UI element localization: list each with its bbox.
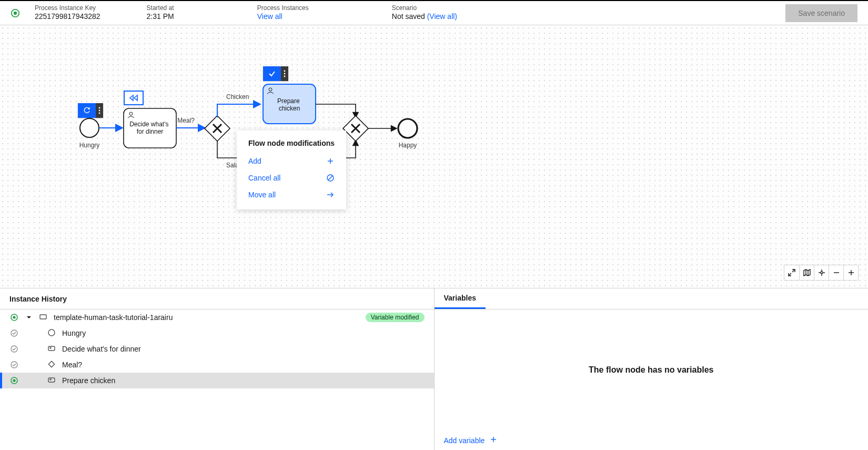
svg-point-42 [11,362,17,368]
scenario-value: Not saved [392,12,425,21]
plus-icon [490,436,497,445]
history-row-hungry[interactable]: Hungry [0,325,434,341]
zoom-in-icon[interactable] [843,265,858,280]
completed-icon [9,361,19,369]
start-event-icon [47,328,57,338]
bottom-panels: Instance History template-human [0,288,868,450]
header-bar: Process Instance Key 2251799817943282 St… [0,0,868,25]
svg-point-45 [13,379,15,382]
chicken-task-toolbar[interactable] [263,66,288,81]
history-row-prepare-chicken[interactable]: Prepare chicken [0,373,434,388]
bpmn-canvas[interactable]: Hungry Decide what's for dinner Meal? Ch… [0,25,868,288]
context-menu-move-all[interactable]: Move all [248,186,335,203]
context-menu-cancel-all[interactable]: Cancel all [248,169,335,186]
plus-icon [326,157,335,165]
history-row-label: template-human-task-tutorial-1arairu [54,313,173,322]
scenario-view-all-link[interactable]: (View all) [427,12,457,21]
more-icon[interactable] [96,103,103,118]
gateway-icon [47,360,57,369]
instance-active-icon [11,8,20,18]
history-row-meal[interactable]: Meal? [0,357,434,373]
instances-view-all-link[interactable]: View all [257,12,309,22]
tab-variables[interactable]: Variables [435,288,486,309]
start-event-toolbar[interactable] [78,103,103,118]
header-scenario: Scenario Not saved (View all) [392,4,457,22]
arrow-right-icon [326,191,335,199]
svg-text:Prepare
      chicken: Prepare chicken [277,97,301,112]
svg-line-22 [792,269,795,272]
user-task-icon [47,376,57,385]
completed-icon [9,345,19,353]
fit-icon[interactable] [814,265,829,280]
check-icon[interactable] [263,66,281,81]
svg-point-14 [284,71,286,72]
svg-point-11 [99,107,100,109]
svg-line-20 [328,176,332,180]
svg-point-16 [284,76,286,77]
rewind-icon [129,94,138,102]
end-event[interactable] [398,119,417,138]
expand-icon[interactable] [784,265,799,280]
history-row-label: Meal? [62,361,82,369]
completed-icon [9,329,19,337]
prohibit-icon [326,174,335,182]
svg-rect-46 [48,378,55,382]
svg-rect-43 [48,361,54,367]
key-label: Process Instance Key [35,4,100,12]
decide-task-toolbar[interactable] [124,91,144,105]
svg-point-41 [50,347,51,348]
save-scenario-button[interactable]: Save scenario [785,4,857,22]
add-variable-button[interactable]: Add variable [435,430,869,450]
start-event-label: Hungry [79,142,100,149]
svg-line-23 [789,273,791,276]
process-icon [39,313,48,322]
zoom-out-icon[interactable] [829,265,843,280]
svg-point-12 [99,110,100,112]
variables-panel: Variables The flow node has no variables… [435,288,869,450]
svg-point-35 [13,316,15,318]
history-row-label: Prepare chicken [62,376,115,385]
header-started-at: Started at 2:31 PM [147,4,174,22]
history-row-label: Decide what's for dinner [62,345,141,353]
svg-point-15 [284,73,286,75]
zoom-controls [784,265,859,281]
svg-point-1 [14,11,17,14]
flow-node-context-menu: Flow node modifications Add Cancel all M… [237,131,346,209]
svg-point-37 [11,330,17,336]
svg-point-30 [821,272,823,274]
started-label: Started at [147,4,174,12]
svg-point-13 [99,113,100,114]
start-event[interactable] [80,118,99,137]
svg-rect-36 [40,315,46,319]
minimap-icon[interactable] [799,265,814,280]
instance-history-panel: Instance History template-human [0,288,435,450]
refresh-icon[interactable] [78,103,96,118]
variable-modified-badge: Variable modified [366,313,425,322]
history-row-decide[interactable]: Decide what's for dinner [0,341,434,357]
more-icon[interactable] [281,66,288,81]
no-variables-message: The flow node has no variables [435,309,869,430]
gateway-merge[interactable] [343,116,368,141]
caret-down-icon[interactable] [24,315,34,320]
user-task-icon [47,344,57,354]
context-menu-add[interactable]: Add [248,153,335,169]
bpmn-svg: Hungry Decide what's for dinner Meal? Ch… [0,25,868,288]
svg-rect-40 [48,346,55,351]
scenario-label: Scenario [392,4,457,12]
svg-point-39 [11,346,17,352]
end-event-label: Happy [399,142,417,149]
active-icon [9,376,19,385]
active-icon [9,313,19,322]
instance-history-title: Instance History [0,288,434,309]
started-value: 2:31 PM [147,12,174,22]
history-row-root[interactable]: template-human-task-tutorial-1arairu Var… [0,309,434,325]
svg-point-38 [48,329,55,336]
header-process-instances: Process Instances View all [257,4,309,22]
gateway-label: Meal? [177,117,195,124]
instances-label: Process Instances [257,4,309,12]
header-process-key: Process Instance Key 2251799817943282 [35,4,100,22]
branch-top-label: Chicken [226,93,249,101]
svg-point-47 [50,379,51,380]
gateway-split[interactable] [205,116,230,141]
key-value: 2251799817943282 [35,12,100,22]
